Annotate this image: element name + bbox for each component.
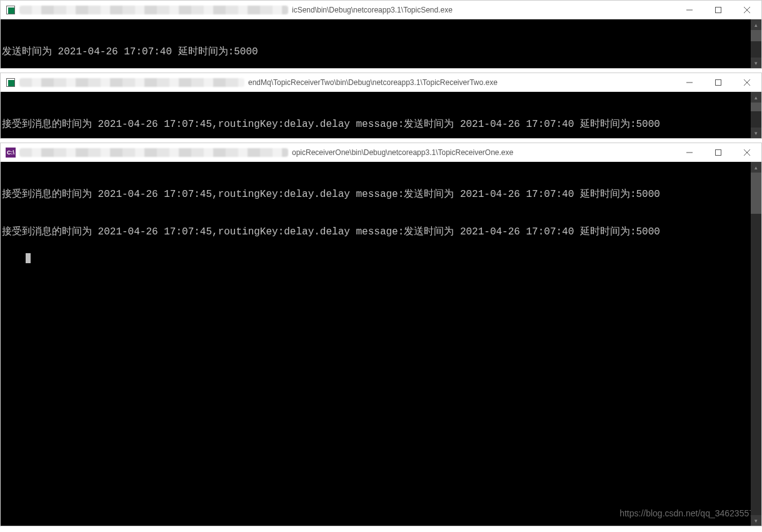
console-window-topic-send: icSend\bin\Debug\netcoreapp3.1\TopicSend… <box>0 0 762 69</box>
scroll-thumb[interactable] <box>751 173 761 214</box>
scroll-up-button[interactable]: ▴ <box>751 19 761 30</box>
watermark: https://blog.csdn.net/qq_34623557 <box>619 507 754 519</box>
svg-rect-0 <box>8 8 14 14</box>
svg-rect-5 <box>8 80 14 86</box>
scroll-up-button[interactable]: ▴ <box>751 162 761 173</box>
window-controls <box>675 143 761 162</box>
close-button[interactable] <box>733 1 761 19</box>
maximize-button[interactable] <box>704 143 733 162</box>
svg-rect-11 <box>716 150 721 156</box>
console-output[interactable]: 发送时间为 2021-04-26 17:07:40 延时时间为:5000 发送时… <box>1 19 761 68</box>
title-redacted <box>19 148 288 157</box>
console-window-topic-receiver-two: endMq\TopicReceiverTwo\bin\Debug\netcore… <box>0 73 762 139</box>
scroll-thumb[interactable] <box>751 103 761 111</box>
close-button[interactable] <box>733 73 761 92</box>
minimize-button[interactable] <box>675 73 704 92</box>
app-icon <box>6 78 16 88</box>
title-redacted <box>19 78 244 87</box>
minimize-button[interactable] <box>675 1 704 19</box>
svg-rect-2 <box>716 8 721 13</box>
scroll-track[interactable] <box>751 173 761 515</box>
title-redacted <box>19 6 288 14</box>
scroll-down-button[interactable]: ▾ <box>751 515 761 526</box>
console-output[interactable]: 接受到消息的时间为 2021-04-26 17:07:45,routingKey… <box>1 162 761 526</box>
maximize-button[interactable] <box>704 73 733 92</box>
vertical-scrollbar[interactable]: ▴ ▾ <box>751 162 761 526</box>
window-title: icSend\bin\Debug\netcoreapp3.1\TopicSend… <box>292 6 453 14</box>
close-button[interactable] <box>733 143 761 162</box>
scroll-track[interactable] <box>751 103 761 128</box>
console-line: 接受到消息的时间为 2021-04-26 17:07:45,routingKey… <box>2 118 761 131</box>
minimize-button[interactable] <box>675 143 704 162</box>
window-controls <box>675 1 761 19</box>
console-window-topic-receiver-one: C:\ opicReceiverOne\bin\Debug\netcoreapp… <box>0 143 762 526</box>
window-title: endMq\TopicReceiverTwo\bin\Debug\netcore… <box>248 78 498 87</box>
vertical-scrollbar[interactable]: ▴ ▾ <box>751 19 761 68</box>
maximize-button[interactable] <box>704 1 733 19</box>
window-controls <box>675 73 761 92</box>
console-line: 接受到消息的时间为 2021-04-26 17:07:45,routingKey… <box>2 226 761 238</box>
vertical-scrollbar[interactable]: ▴ ▾ <box>751 92 761 138</box>
titlebar[interactable]: endMq\TopicReceiverTwo\bin\Debug\netcore… <box>1 73 761 92</box>
app-icon <box>6 5 16 15</box>
titlebar[interactable]: C:\ opicReceiverOne\bin\Debug\netcoreapp… <box>1 143 761 162</box>
window-title: opicReceiverOne\bin\Debug\netcoreapp3.1\… <box>292 148 513 157</box>
scroll-up-button[interactable]: ▴ <box>751 92 761 103</box>
titlebar[interactable]: icSend\bin\Debug\netcoreapp3.1\TopicSend… <box>1 1 761 19</box>
console-line: 发送时间为 2021-04-26 17:07:40 延时时间为:5000 <box>2 46 761 58</box>
scroll-thumb[interactable] <box>751 30 761 41</box>
scroll-down-button[interactable]: ▾ <box>751 58 761 68</box>
text-cursor <box>26 253 31 263</box>
scroll-down-button[interactable]: ▾ <box>751 128 761 138</box>
console-line: 接受到消息的时间为 2021-04-26 17:07:45,routingKey… <box>2 188 761 201</box>
console-output[interactable]: 接受到消息的时间为 2021-04-26 17:07:45,routingKey… <box>1 92 761 138</box>
app-icon: C:\ <box>6 148 16 158</box>
svg-rect-7 <box>716 80 721 86</box>
scroll-track[interactable] <box>751 30 761 58</box>
